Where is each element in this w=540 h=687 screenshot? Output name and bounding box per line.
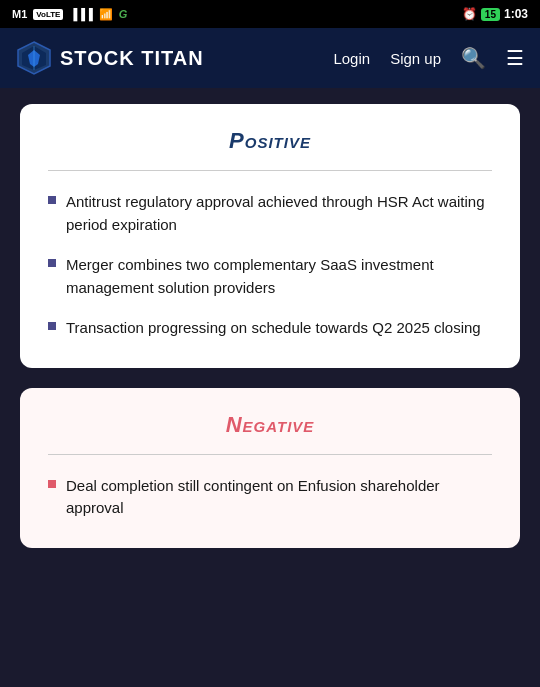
navbar: STOCK TITAN Login Sign up 🔍 ☰ (0, 28, 540, 88)
list-item: Antitrust regulatory approval achieved t… (48, 191, 492, 236)
positive-divider (48, 170, 492, 171)
bullet-text: Deal completion still contingent on Enfu… (66, 475, 492, 520)
bullet-icon (48, 322, 56, 330)
time-display: 1:03 (504, 7, 528, 21)
negative-divider (48, 454, 492, 455)
status-right: ⏰ 15 1:03 (462, 7, 528, 21)
status-left: M1 VoLTE ▐▐▐ 📶 G (12, 8, 127, 21)
negative-header: Negative (48, 412, 492, 438)
list-item: Merger combines two complementary SaaS i… (48, 254, 492, 299)
status-bar: M1 VoLTE ▐▐▐ 📶 G ⏰ 15 1:03 (0, 0, 540, 28)
logo-icon (16, 40, 52, 76)
bullet-text: Antitrust regulatory approval achieved t… (66, 191, 492, 236)
negative-bullet-list: Deal completion still contingent on Enfu… (48, 475, 492, 520)
carrier-label: M1 (12, 8, 27, 20)
positive-card: Positive Antitrust regulatory approval a… (20, 104, 520, 368)
positive-header: Positive (48, 128, 492, 154)
bullet-icon (48, 480, 56, 488)
bullet-icon (48, 196, 56, 204)
bullet-text: Merger combines two complementary SaaS i… (66, 254, 492, 299)
signal-icon: ▐▐▐ (69, 8, 92, 20)
bullet-icon (48, 259, 56, 267)
logo-container: STOCK TITAN (16, 40, 321, 76)
wifi-icon: 📶 (99, 8, 113, 21)
battery-indicator: 15 (481, 8, 500, 21)
list-item: Transaction progressing on schedule towa… (48, 317, 492, 340)
negative-title: Negative (226, 412, 315, 437)
search-icon[interactable]: 🔍 (461, 46, 486, 70)
negative-card: Negative Deal completion still contingen… (20, 388, 520, 548)
bullet-text: Transaction progressing on schedule towa… (66, 317, 481, 340)
positive-bullet-list: Antitrust regulatory approval achieved t… (48, 191, 492, 340)
login-link[interactable]: Login (333, 50, 370, 67)
alarm-icon: ⏰ (462, 7, 477, 21)
volte-badge: VoLTE (33, 9, 63, 20)
positive-title: Positive (229, 128, 311, 153)
logo-text: STOCK TITAN (60, 47, 204, 70)
menu-icon[interactable]: ☰ (506, 46, 524, 70)
main-content: Positive Antitrust regulatory approval a… (0, 88, 540, 687)
nav-links: Login Sign up 🔍 ☰ (333, 46, 524, 70)
signup-link[interactable]: Sign up (390, 50, 441, 67)
list-item: Deal completion still contingent on Enfu… (48, 475, 492, 520)
network-g-icon: G (119, 8, 128, 20)
